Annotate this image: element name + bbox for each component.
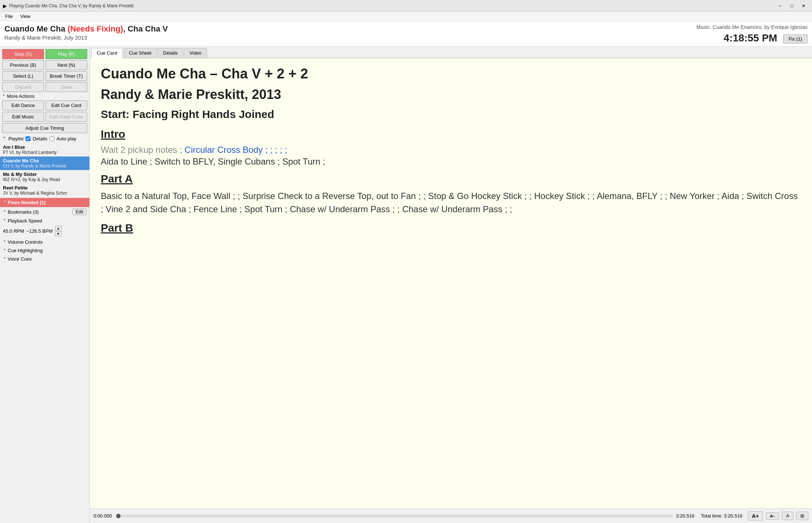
playlist-item[interactable]: Reet Petite JV V, by Michael & Regina Sc…	[0, 184, 89, 197]
previous-button[interactable]: Previous (B)	[2, 60, 44, 70]
cue-highlighting-toggle[interactable]: ⌃ Cue Highlighting	[0, 246, 89, 255]
intro-line: Wait 2 pickup notes ; Circular Cross Bod…	[101, 145, 801, 155]
volume-controls-toggle[interactable]: ⌃ Volume Controls	[0, 238, 89, 246]
speed-value-row: 45.0 RPM ~126.5 BPM ▲ ▼	[0, 225, 89, 238]
playlist-item-title: Me & My Sister	[3, 172, 86, 177]
fixes-needed-toggle[interactable]: ⌃ Fixes Needed (1)	[0, 198, 89, 207]
next-button[interactable]: Next (N)	[45, 60, 87, 70]
titlebar: ▶ Playing Cuando Me Cha, Cha Cha V, by R…	[0, 0, 812, 12]
playlist-item[interactable]: Me & My Sister WZ IV+2, by Kay & Joy Rea…	[0, 170, 89, 184]
tab-video[interactable]: Video	[184, 48, 207, 58]
window-title: Playing Cuando Me Cha, Cha Cha V, by Ran…	[9, 3, 775, 8]
playlist-item-sub: CH V, by Randy & Marie Preskitt	[3, 163, 86, 169]
intro-heading: Intro	[101, 128, 801, 140]
tab-cue-sheet[interactable]: Cue Sheet	[123, 48, 157, 58]
app-icon: ▶	[3, 3, 7, 9]
speed-down-button[interactable]: ▼	[55, 231, 62, 236]
intro-blue-text: Circular Cross Body ; ; ; ; ;	[185, 145, 287, 155]
more-actions-toggle[interactable]: ⌃ More Actions	[0, 92, 89, 100]
details-checkbox[interactable]	[26, 136, 30, 141]
cue-highlighting-chevron: ⌃	[3, 248, 6, 253]
close-button[interactable]: ✕	[798, 2, 809, 10]
piece-title-main: Cuando Me Cha	[4, 24, 67, 33]
playlist-chevron: ⌃	[2, 136, 6, 141]
playlist-item-sub: FT VI, by Richard Lamberty	[3, 150, 86, 155]
part-a-heading: Part A	[101, 173, 801, 185]
play-button[interactable]: Play (P)	[45, 49, 87, 59]
sidebar: Stop (S) Play (P) Previous (B) Next (N) …	[0, 47, 90, 523]
main-content: Cue Card Cue Sheet Details Video Cuando …	[90, 47, 812, 523]
speed-arrows: ▲ ▼	[55, 226, 62, 236]
discard-button[interactable]: Discard	[2, 82, 44, 92]
edit-voice-cues-button[interactable]: Edit Voice Cues	[45, 112, 87, 122]
edit-cue-card-button[interactable]: Edit Cue Card	[45, 100, 87, 110]
font-increase-button[interactable]: A+	[748, 511, 763, 520]
clock-display: 4:18:55 PM	[724, 32, 777, 44]
needs-fixing-label: (Needs Fixing)	[67, 24, 123, 33]
music-info: Music: Cuando Me Enamoro, by Enrique Igl…	[697, 24, 808, 30]
playlist-label: Playlist	[8, 136, 23, 141]
bookmarks-label: Bookmarks (3)	[8, 209, 39, 215]
tab-cue-card[interactable]: Cue Card	[91, 48, 123, 58]
playback-speed-toggle[interactable]: ⌃ Playback Speed	[0, 217, 89, 225]
progress-bar-container[interactable]	[118, 515, 673, 518]
details-label[interactable]: Details	[33, 136, 47, 141]
edit-dance-button[interactable]: Edit Dance	[2, 100, 44, 110]
start-position: Start: Facing Right Hands Joined	[101, 108, 801, 121]
playlist-header: ⌃ Playlist Details Auto play	[0, 135, 89, 142]
edit-music-button[interactable]: Edit Music	[2, 112, 44, 122]
playlist-item-title: Am I Blue	[3, 144, 86, 150]
autoplay-label[interactable]: Auto play	[56, 136, 76, 141]
progress-thumb	[116, 514, 121, 518]
piece-subtitle: Randy & Marie Preskitt, July 2013	[4, 34, 168, 41]
fixes-needed-label: Fixes Needed (1)	[8, 200, 45, 205]
fixes-needed-chevron: ⌃	[3, 200, 6, 205]
header: Cuando Me Cha (Needs Fixing), Cha Cha V …	[0, 21, 812, 47]
voice-cues-toggle[interactable]: ⌃ Voice Cues	[0, 255, 89, 263]
menu-file[interactable]: File	[1, 13, 16, 20]
cue-title-line1: Cuando Me Cha – Cha V + 2 + 2	[101, 66, 801, 82]
font-decrease-button[interactable]: A–	[766, 512, 779, 520]
more-actions-label: More Actions	[7, 93, 34, 99]
voice-cues-label: Voice Cues	[8, 256, 32, 262]
tabs: Cue Card Cue Sheet Details Video	[90, 47, 812, 58]
playlist-item-title: Cuando Me Cha	[3, 158, 86, 163]
menubar: File View	[0, 12, 812, 21]
voice-cues-chevron: ⌃	[3, 257, 6, 261]
save-button[interactable]: Save	[45, 82, 87, 92]
playlist-item-title: Reet Petite	[3, 185, 86, 191]
tab-details[interactable]: Details	[158, 48, 183, 58]
volume-controls-label: Volume Controls	[8, 239, 43, 245]
font-normal-button[interactable]: A	[782, 512, 793, 520]
cue-title-line2: Randy & Marie Preskitt, 2013	[101, 87, 801, 102]
playlist-items: Am I Blue FT VI, by Richard Lamberty Cua…	[0, 142, 89, 198]
stop-button[interactable]: Stop (S)	[2, 49, 44, 59]
speed-bpm: ~126.5 BPM	[26, 228, 53, 234]
playlist-item[interactable]: Am I Blue FT VI, by Richard Lamberty	[0, 143, 89, 156]
piece-title-tail: , Cha Cha V	[123, 24, 168, 33]
intro-continue-text: Aida to Line ; Switch to BFLY, Single Cu…	[101, 156, 801, 167]
bookmarks-toggle[interactable]: ⌃ Bookmarks (3) Edit	[0, 207, 89, 217]
part-b-heading: Part B	[101, 222, 801, 234]
part-a-text: Basic to a Natural Top, Face Wall ; ; Su…	[101, 189, 801, 216]
playback-speed-label: Playback Speed	[8, 218, 42, 224]
cue-card-content: Cuando Me Cha – Cha V + 2 + 2 Randy & Ma…	[90, 58, 812, 508]
fix-button[interactable]: Fix (1)	[783, 34, 808, 44]
playlist-item-sub: JV V, by Michael & Regina Schm	[3, 191, 86, 196]
autoplay-checkbox[interactable]	[49, 136, 54, 141]
menu-view[interactable]: View	[16, 13, 34, 20]
playlist-item-active[interactable]: Cuando Me Cha CH V, by Randy & Marie Pre…	[0, 156, 89, 170]
layout-button[interactable]: ⊞	[796, 512, 808, 520]
maximize-button[interactable]: □	[786, 2, 797, 10]
time-end: 3:20.516	[676, 513, 698, 519]
playback-speed-chevron: ⌃	[3, 218, 6, 223]
bottom-bar: 0:00.000 3:20.516 Total time: 3:20.516 A…	[90, 508, 812, 523]
speed-up-button[interactable]: ▲	[55, 226, 62, 231]
piece-title: Cuando Me Cha (Needs Fixing), Cha Cha V	[4, 24, 168, 34]
break-timer-button[interactable]: Break Timer (T)	[45, 71, 87, 81]
adjust-cue-timing-button[interactable]: Adjust Cue Timing	[2, 123, 87, 133]
minimize-button[interactable]: –	[775, 2, 786, 10]
intro-grey-text: Wait 2 pickup notes ;	[101, 145, 182, 155]
select-button[interactable]: Select (L)	[2, 71, 44, 81]
bookmarks-edit-button[interactable]: Edit	[72, 209, 86, 215]
